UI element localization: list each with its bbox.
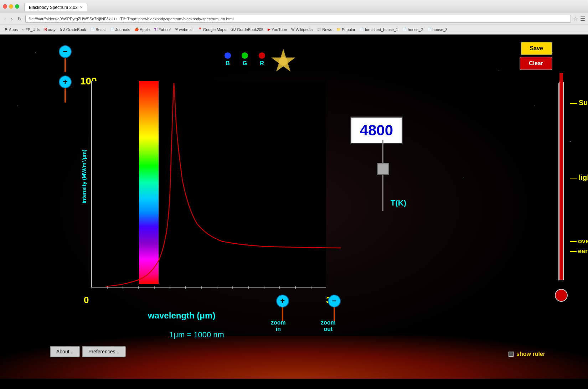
house3-icon: 📄 bbox=[427, 27, 432, 31]
bookmark-label: News bbox=[322, 27, 332, 32]
traffic-lights bbox=[3, 4, 19, 9]
zoom-y-plus-button[interactable]: + bbox=[59, 76, 72, 88]
popular-icon: 📁 bbox=[336, 27, 341, 31]
thermometer: Sun light bulb oven earth bbox=[556, 81, 567, 295]
thermometer-fill bbox=[559, 73, 563, 280]
house2-icon: 📄 bbox=[402, 27, 407, 31]
zoom-x-out-label: zoomout bbox=[321, 320, 336, 332]
show-ruler-checkbox[interactable] bbox=[509, 352, 514, 357]
zoom-y-minus-rod bbox=[65, 58, 66, 72]
bookmark-house1[interactable]: 📄 furnished_house_1 bbox=[358, 27, 400, 32]
bookmark-house2[interactable]: 📄 house_2 bbox=[401, 27, 424, 32]
bookmark-house3[interactable]: 📄 house_3 bbox=[425, 27, 449, 32]
browser-tab[interactable]: Blackbody Spectrum 2.02 ✕ bbox=[24, 3, 87, 11]
bookmark-apple[interactable]: 🍎 Apple bbox=[133, 27, 151, 32]
zoom-x-in-label: zoomin bbox=[271, 320, 286, 332]
tab-bar: Blackbody Spectrum 2.02 ✕ bbox=[21, 1, 90, 11]
reload-button[interactable]: ↻ bbox=[16, 15, 23, 22]
fp-utils-icon: ○ bbox=[22, 27, 24, 31]
url-bar[interactable] bbox=[25, 15, 571, 23]
forward-button[interactable]: › bbox=[10, 15, 14, 22]
bookmark-popular[interactable]: 📁 Popular bbox=[335, 27, 357, 32]
bookmark-journals[interactable]: 📄 Journals bbox=[108, 27, 132, 32]
bookmark-apps[interactable]: ⚑ Apps bbox=[3, 27, 20, 32]
bookmark-label: Yahoo! bbox=[159, 27, 171, 32]
bookmark-label: house_2 bbox=[408, 27, 423, 32]
red-dot bbox=[259, 52, 265, 59]
bottom-glow bbox=[0, 336, 588, 379]
close-button[interactable] bbox=[3, 4, 7, 9]
show-ruler-control[interactable]: show ruler bbox=[509, 351, 545, 357]
bookmark-label: webmail bbox=[179, 27, 193, 32]
bookmark-gradebook205[interactable]: GD GradeBook205 bbox=[229, 27, 265, 32]
zoom-x-out-rod bbox=[334, 307, 335, 321]
about-button[interactable]: About... bbox=[50, 346, 80, 357]
google-maps-icon: 📍 bbox=[198, 27, 202, 31]
wikipedia-icon: W bbox=[291, 27, 294, 31]
bookmark-webmail[interactable]: ✉ webmail bbox=[173, 27, 195, 32]
zoom-y-minus-button[interactable]: − bbox=[59, 45, 72, 58]
bookmark-google-maps[interactable]: 📍 Google Maps bbox=[196, 27, 228, 32]
bookmark-yahoo[interactable]: Y! Yahoo! bbox=[152, 27, 172, 32]
bookmark-wikipedia[interactable]: W Wikipedia bbox=[289, 27, 314, 32]
simulation-area: Save Clear B G R − + intensity (MW/m²/μm… bbox=[0, 35, 588, 379]
temperature-unit-label: T(K) bbox=[391, 198, 406, 208]
title-bar: Blackbody Spectrum 2.02 ✕ bbox=[0, 0, 588, 13]
maximize-button[interactable] bbox=[15, 4, 19, 9]
bookmark-label: Popular bbox=[342, 27, 355, 32]
tab-title: Blackbody Spectrum 2.02 bbox=[29, 5, 78, 10]
thermo-label-lightbulb: light bulb bbox=[570, 173, 588, 182]
save-button[interactable]: Save bbox=[521, 42, 552, 55]
temperature-slider-rod bbox=[382, 140, 383, 211]
graph-background bbox=[91, 81, 326, 287]
red-channel: R bbox=[259, 52, 265, 67]
zoom-x-in-rod bbox=[282, 307, 283, 321]
green-dot bbox=[242, 52, 248, 59]
clear-button[interactable]: Clear bbox=[520, 57, 552, 70]
bookmark-xray[interactable]: R xray bbox=[43, 27, 57, 32]
zoom-x-out-button[interactable]: − bbox=[328, 295, 341, 307]
bookmark-label: furnished_house_1 bbox=[365, 27, 398, 32]
x-min-label: 0 bbox=[84, 295, 89, 306]
bookmark-news[interactable]: 📰 News bbox=[315, 27, 334, 32]
preferences-button[interactable]: Preferences... bbox=[82, 346, 126, 357]
webmail-icon: ✉ bbox=[175, 27, 178, 31]
bookmark-fp-utils[interactable]: ○ FP_Utils bbox=[20, 27, 42, 32]
bookmark-label: FP_Utils bbox=[25, 27, 40, 32]
zoom-y-plus-rod bbox=[65, 88, 66, 103]
bookmark-star-icon[interactable]: ☆ bbox=[573, 15, 578, 22]
bookmark-label: GradeBook bbox=[66, 27, 86, 32]
zoom-x-in-button[interactable]: + bbox=[276, 295, 289, 307]
thermometer-tube bbox=[558, 81, 564, 280]
bookmark-label: Google Maps bbox=[203, 27, 226, 32]
temperature-value: 4800 bbox=[360, 122, 393, 139]
bookmark-label: Apple bbox=[140, 27, 150, 32]
news-icon: 📰 bbox=[317, 27, 321, 31]
yahoo-icon: Y! bbox=[154, 27, 158, 31]
x-tick-marks bbox=[92, 286, 326, 290]
thermometer-bulb bbox=[555, 289, 568, 302]
beast-icon: 📄 bbox=[90, 27, 94, 31]
bookmark-label: Journals bbox=[115, 27, 130, 32]
bookmark-gradebook[interactable]: GD GradeBook bbox=[58, 27, 88, 32]
bookmark-label: Apps bbox=[9, 27, 18, 32]
tab-close-icon[interactable]: ✕ bbox=[80, 5, 83, 9]
house1-icon: 📄 bbox=[360, 27, 364, 31]
bookmark-label: house_3 bbox=[433, 27, 448, 32]
menu-icon[interactable]: ☰ bbox=[580, 15, 585, 22]
bookmark-beast[interactable]: 📄 Beast bbox=[88, 27, 107, 32]
browser-chrome: Blackbody Spectrum 2.02 ✕ ‹ › ↻ ☆ ☰ ⚑ Ap… bbox=[0, 0, 588, 35]
thermo-label-oven: oven bbox=[570, 238, 588, 245]
y-axis-label: intensity (MW/m²/μm) bbox=[81, 150, 87, 204]
graph-container: intensity (MW/m²/μm) 100 bbox=[77, 81, 333, 302]
unit-conversion-label: 1μm = 1000 nm bbox=[169, 330, 224, 339]
blue-label: B bbox=[226, 60, 230, 67]
back-button[interactable]: ‹ bbox=[3, 15, 7, 22]
blue-dot bbox=[225, 52, 231, 59]
bookmark-youtube[interactable]: ▶ YouTube bbox=[266, 27, 289, 32]
minimize-button[interactable] bbox=[9, 4, 13, 9]
x-axis-title: wavelength (μm) bbox=[148, 311, 215, 321]
temperature-slider-handle[interactable] bbox=[377, 163, 389, 175]
nav-bar: ‹ › ↻ ☆ ☰ bbox=[0, 13, 588, 25]
apps-icon: ⚑ bbox=[5, 27, 8, 31]
